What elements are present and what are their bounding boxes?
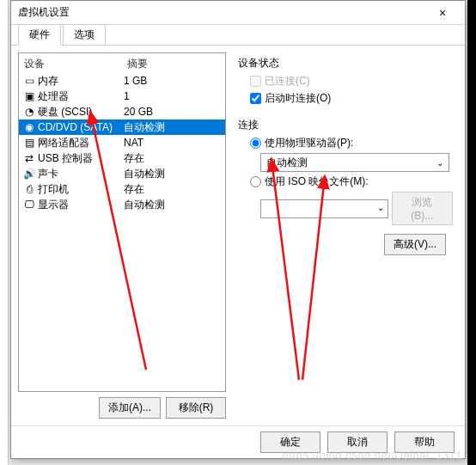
- device-summary: 自动检测: [124, 198, 222, 212]
- physical-drive-dropdown[interactable]: 自动检测: [260, 153, 449, 172]
- hardware-list[interactable]: ▭内存1 GB▣处理器1◔硬盘 (SCSI)20 GB◉CD/DVD (SATA…: [19, 73, 225, 391]
- tab-options[interactable]: 选项: [63, 24, 106, 45]
- device-name: 显示器: [38, 198, 124, 212]
- sound-icon: 🔊: [22, 168, 36, 180]
- help-button[interactable]: 帮助: [394, 431, 455, 453]
- device-name: 声卡: [38, 167, 124, 181]
- connected-input: [250, 76, 261, 87]
- tab-strip: 硬件 选项: [11, 25, 465, 46]
- connection-label: 连接: [238, 118, 453, 132]
- hardware-row[interactable]: 🖵显示器自动检测: [19, 197, 225, 212]
- cancel-button[interactable]: 取消: [327, 431, 388, 453]
- hardware-row[interactable]: 🔊声卡自动检测: [19, 166, 225, 181]
- use-iso-input[interactable]: [250, 176, 261, 187]
- device-summary: 1: [124, 90, 222, 102]
- window-title: 虚拟机设置: [18, 5, 427, 20]
- device-summary: 存在: [124, 182, 222, 197]
- device-summary: 存在: [124, 151, 222, 166]
- browse-button[interactable]: 浏览(B)...: [392, 192, 454, 225]
- connect-at-poweron-input[interactable]: [250, 93, 261, 104]
- memory-icon: ▭: [22, 75, 36, 87]
- usb-icon: ⇄: [22, 152, 36, 164]
- iso-path-input[interactable]: [260, 199, 388, 218]
- connect-at-poweron-checkbox[interactable]: 启动时连接(O): [250, 91, 453, 106]
- device-summary: 20 GB: [124, 106, 222, 118]
- hardware-row[interactable]: ◉CD/DVD (SATA)自动检测: [19, 119, 225, 135]
- hardware-row[interactable]: ▭内存1 GB: [19, 73, 225, 89]
- display-icon: 🖵: [22, 199, 36, 211]
- device-summary: 自动检测: [124, 167, 222, 181]
- device-name: 内存: [38, 74, 124, 89]
- remove-button[interactable]: 移除(R): [166, 397, 226, 419]
- column-device: 设备: [24, 57, 127, 71]
- hardware-list-header: 设备 摘要: [19, 53, 225, 73]
- tab-hardware[interactable]: 硬件: [18, 24, 61, 46]
- device-summary: NAT: [124, 137, 222, 149]
- device-name: CD/DVD (SATA): [38, 121, 124, 133]
- device-name: 打印机: [38, 182, 124, 197]
- device-status-label: 设备状态: [238, 56, 453, 70]
- use-physical-input[interactable]: [250, 138, 261, 149]
- device-name: USB 控制器: [38, 151, 124, 166]
- dialog-footer: 确定 取消 帮助: [11, 425, 465, 458]
- hardware-panel: 设备 摘要 ▭内存1 GB▣处理器1◔硬盘 (SCSI)20 GB◉CD/DVD…: [18, 52, 226, 419]
- hardware-row[interactable]: ◔硬盘 (SCSI)20 GB: [19, 104, 225, 119]
- device-name: 处理器: [38, 89, 124, 104]
- settings-panel: 设备状态 已连接(C) 启动时连接(O) 连接 使用物理驱动器(P): 自动检测: [233, 52, 458, 419]
- device-name: 硬盘 (SCSI): [38, 105, 124, 119]
- hardware-row[interactable]: ⇄USB 控制器存在: [19, 150, 225, 166]
- ok-button[interactable]: 确定: [260, 431, 320, 453]
- hardware-row[interactable]: ▤网络适配器NAT: [19, 135, 225, 150]
- use-iso-radio[interactable]: 使用 ISO 映像文件(M):: [250, 174, 453, 189]
- device-summary: 1 GB: [124, 75, 222, 87]
- network-icon: ▤: [22, 137, 36, 149]
- device-summary: 自动检测: [124, 120, 222, 135]
- cpu-icon: ▣: [22, 90, 36, 102]
- hardware-row[interactable]: ⎙打印机存在: [19, 181, 225, 197]
- printer-icon: ⎙: [22, 183, 36, 195]
- connected-checkbox: 已连接(C): [250, 74, 453, 89]
- add-button[interactable]: 添加(A)...: [99, 397, 161, 419]
- advanced-button[interactable]: 高级(V)...: [384, 234, 446, 255]
- titlebar: 虚拟机设置 ×: [11, 1, 465, 25]
- cd-icon: ◉: [22, 121, 36, 133]
- vm-settings-window: 虚拟机设置 × 硬件 选项 设备 摘要 ▭内存1 GB▣处理器1◔硬盘 (SCS…: [10, 0, 466, 459]
- hardware-row[interactable]: ▣处理器1: [19, 89, 225, 104]
- close-icon[interactable]: ×: [427, 6, 458, 20]
- column-summary: 摘要: [127, 57, 148, 71]
- device-name: 网络适配器: [38, 136, 124, 150]
- disk-icon: ◔: [22, 106, 36, 118]
- use-physical-radio[interactable]: 使用物理驱动器(P):: [250, 136, 453, 150]
